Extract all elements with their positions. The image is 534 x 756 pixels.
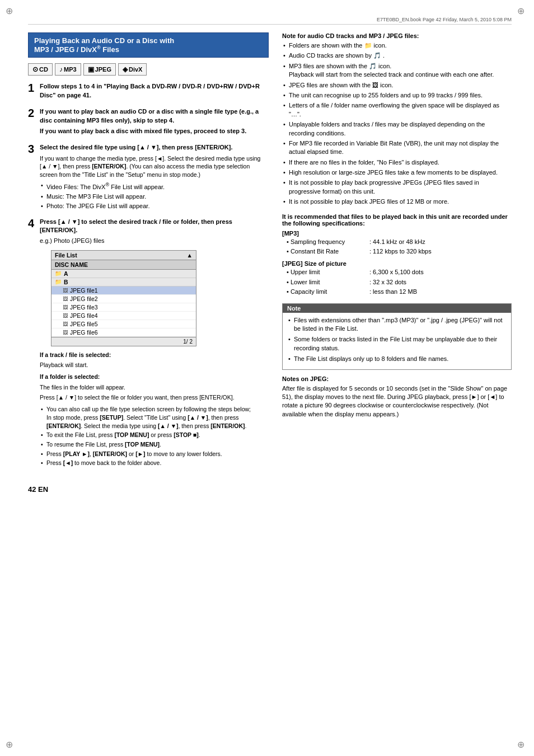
file-name-2: JPEG file2 <box>70 295 98 302</box>
file-list-body: 📁 A 📁 B 🖼 JPEG file1 <box>51 270 196 337</box>
notes-on-jpeg-title: Notes on JPEG: <box>282 375 512 382</box>
note-bullet-10: High resolution or large-size JPEG files… <box>282 168 512 177</box>
cd-label: CD <box>39 66 48 73</box>
folder-b-icon: 📁 <box>55 279 62 285</box>
spec-mp3-row-2: • Constant Bit Rate : 112 kbps to 320 kb… <box>282 247 512 256</box>
format-icon-mp3: ♪ MP3 <box>55 63 81 76</box>
note-bullet-12: It is not possible to play back JPEG fil… <box>282 198 512 206</box>
folder-selected-heading: If a folder is selected: <box>40 373 100 380</box>
note-bullet-2: Audio CD tracks are shown by 🎵 . <box>282 51 512 60</box>
step-1-content: Follow steps 1 to 4 in "Playing Back a D… <box>40 82 269 102</box>
folder-a-icon: 📁 <box>55 270 62 276</box>
step-3-text-bold: Select the desired file type using [▲ / … <box>40 144 233 151</box>
spec-jpeg-val-2: : 32 x 32 dots <box>369 278 512 287</box>
notes-on-jpeg-section: Notes on JPEG: After file is displayed f… <box>282 375 512 419</box>
note-box-content: Files with extensions other than ".mp3 (… <box>283 313 511 369</box>
file-list-title: File List <box>55 252 77 259</box>
spec-mp3-val-2: : 112 kbps to 320 kbps <box>369 247 512 256</box>
file-list-footer: 1/ 2 <box>51 337 196 346</box>
note-bullet-3: MP3 files are shown with the 🎵 icon.Play… <box>282 62 512 79</box>
note-bullet-11: It is not possible to play back progress… <box>282 179 512 196</box>
step-2-text-extra: If you want to play back a disc with mix… <box>40 127 269 135</box>
spec-mp3-val-1: : 44.1 kHz or 48 kHz <box>369 238 512 246</box>
format-icon-divx: ◈ DivX <box>118 63 147 76</box>
spec-mp3-key-1: • Sampling frequency <box>287 238 365 246</box>
step-3-bullet-2: Music: The MP3 File List will appear. <box>40 192 269 201</box>
note-bullet-6: Letters of a file / folder name overflow… <box>282 101 512 119</box>
note-box-header: Note <box>283 304 511 313</box>
step-2-num: 2 <box>28 107 37 138</box>
title-line2-end: Files <box>101 45 119 54</box>
file-item-1[interactable]: 🖼 JPEG file1 <box>51 287 196 295</box>
spec-jpeg-label: [JPEG] Size of picture <box>282 260 512 267</box>
file-list-scroll-icon: ▲ <box>187 252 193 259</box>
disc-name: DISC NAME <box>55 261 88 268</box>
track-selected-text: Playback will start. <box>40 361 269 369</box>
format-icon-cd: ⊙ CD <box>28 63 53 76</box>
mp3-label: MP3 <box>64 66 77 73</box>
note-box: Note Files with extensions other than ".… <box>282 303 512 370</box>
title-line2: MP3 / JPEG / DivX <box>34 45 97 54</box>
extra-bullet-3: To resume the File List, press [TOP MENU… <box>40 440 269 449</box>
format-icon-jpeg: ▣ JPEG <box>83 63 116 76</box>
step-4-text-bold: Press [▲ / ▼] to select the desired trac… <box>40 218 232 233</box>
folder-selected-text2: Press [▲ / ▼] to select the file or fold… <box>40 393 269 402</box>
step-3-bullets: Video Files: The DivX® File List will ap… <box>40 181 269 211</box>
title-line1: Playing Back an Audio CD or a Disc with <box>34 36 174 45</box>
page-number: 42 EN <box>28 485 512 494</box>
folder-a[interactable]: 📁 A <box>51 270 196 278</box>
folder-selected-text: The files in the folder will appear. <box>40 383 269 392</box>
step-3: 3 Select the desired file type using [▲ … <box>28 143 269 212</box>
note-box-bullet-2: Some folders or tracks listed in the Fil… <box>287 335 507 353</box>
step-2: 2 If you want to play back an audio CD o… <box>28 107 269 138</box>
extra-bullets: You can also call up the file type selec… <box>40 405 269 467</box>
folder-b[interactable]: 📁 B <box>51 278 196 287</box>
spec-jpeg-val-3: : less than 12 MB <box>369 288 512 296</box>
file-item-4[interactable]: 🖼 JPEG file4 <box>51 312 196 320</box>
section-title: Playing Back an Audio CD or a Disc with … <box>28 32 269 58</box>
file-item-2[interactable]: 🖼 JPEG file2 <box>51 295 196 303</box>
title-sup: ® <box>97 45 101 50</box>
spec-jpeg-row-2: • Lower limit : 32 x 32 dots <box>282 278 512 287</box>
note-bullet-8: For MP3 file recorded in Variable Bit Ra… <box>282 139 512 157</box>
note-bullet-4: JPEG files are shown with the 🖼 icon. <box>282 81 512 90</box>
divx-icon: ◈ <box>123 65 128 73</box>
step-1-num: 1 <box>28 82 37 102</box>
jpeg-label: JPEG <box>95 66 111 73</box>
file-icon-2: 🖼 <box>63 296 68 302</box>
note-box-bullets: Files with extensions other than ".mp3 (… <box>287 316 507 364</box>
file-item-3[interactable]: 🖼 JPEG file3 <box>51 303 196 312</box>
spec-jpeg-key-2: • Lower limit <box>287 278 365 287</box>
file-name-3: JPEG file3 <box>70 304 98 311</box>
page-indicator: 1/ 2 <box>183 339 193 345</box>
track-selected-section: If a track / file is selected: Playback … <box>40 351 269 402</box>
extra-bullet-2: To exit the File List, press [TOP MENU] … <box>40 431 269 439</box>
file-icon-4: 🖼 <box>63 313 68 318</box>
corner-bl: ⊕ <box>6 739 17 750</box>
track-selected-heading: If a track / file is selected: <box>40 351 111 358</box>
folder-a-name: A <box>64 270 68 277</box>
note-bullet-7: Unplayable folders and tracks / files ma… <box>282 120 512 138</box>
file-list: File List ▲ DISC NAME 📁 A <box>51 250 196 346</box>
spec-mp3-row-1: • Sampling frequency : 44.1 kHz or 48 kH… <box>282 238 512 246</box>
spec-mp3-key-2: • Constant Bit Rate <box>287 247 365 256</box>
file-item-6[interactable]: 🖼 JPEG file6 <box>51 328 196 337</box>
rec-title: It is recommended that files to be playe… <box>282 213 512 227</box>
header-text: E7TE0BD_EN.book Page 42 Friday, March 5,… <box>377 17 512 22</box>
note-bullet-9: If there are no files in the folder, "No… <box>282 158 512 167</box>
extra-bullet-4: Press [PLAY ►], [ENTER/OK] or [►] to mov… <box>40 450 269 458</box>
note-bullets-list: Folders are shown with the 📁 icon. Audio… <box>282 41 512 206</box>
page: ⊕ ⊕ ⊕ ⊕ E7TE0BD_EN.book Page 42 Friday, … <box>0 0 534 756</box>
notes-on-jpeg-text: After file is displayed for 5 seconds or… <box>282 384 512 419</box>
cd-icon: ⊙ <box>32 65 38 73</box>
file-icon-6: 🖼 <box>63 330 68 335</box>
corner-tr: ⊕ <box>517 6 528 17</box>
file-name-1: JPEG file1 <box>70 287 98 294</box>
step-3-content: Select the desired file type using [▲ / … <box>40 143 269 212</box>
right-column: Note for audio CD tracks and MP3 / JPEG … <box>282 32 512 474</box>
extra-bullet-1: You can also call up the file type selec… <box>40 405 269 430</box>
file-item-5[interactable]: 🖼 JPEG file5 <box>51 320 196 328</box>
file-list-disc: DISC NAME <box>51 260 196 270</box>
step-4-num: 4 <box>28 218 37 468</box>
note-box-bullet-1: Files with extensions other than ".mp3 (… <box>287 316 507 334</box>
